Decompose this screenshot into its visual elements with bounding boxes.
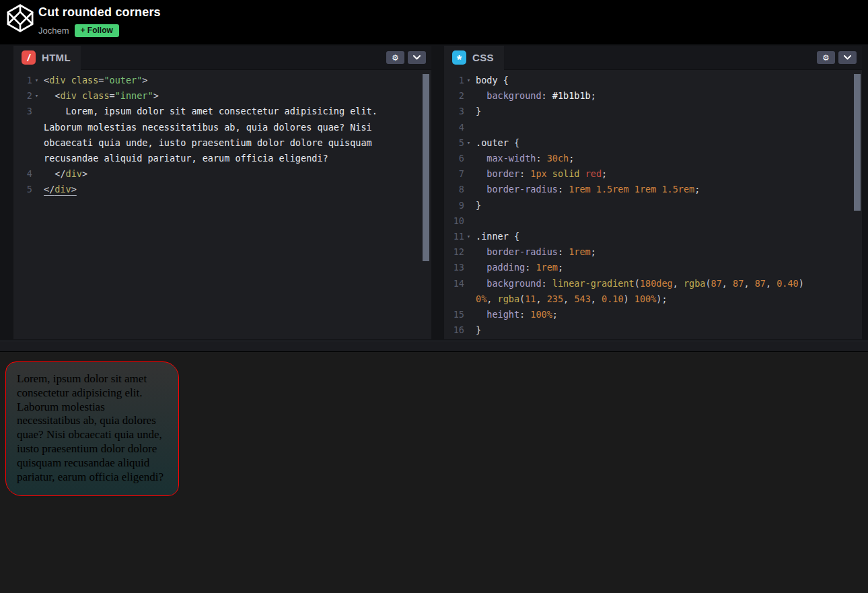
codepen-logo-icon[interactable] [5,3,35,33]
code-token-num: 1.5rem [661,184,694,195]
code-token-punc: , [591,293,602,304]
code-token-punc: } [476,324,481,335]
code-token-punc: : [536,153,546,164]
code-token-tag: div [55,184,71,195]
css-panel-actions: ⚙ [817,51,857,64]
code-line: 2▾ <div class="inner"> [13,88,431,104]
code-token-num: 543 [574,293,590,304]
fold-arrow-icon[interactable]: ▾ [464,73,473,88]
html-collapse-chevron-icon[interactable] [408,51,426,64]
code-token-attr: class [82,90,110,101]
line-number: 10 [444,213,464,229]
html-editor-scrollbar[interactable] [423,74,429,261]
code-token-num: 1rem [635,184,657,195]
code-token-text [44,168,55,179]
author-name[interactable]: Jochem [38,26,69,36]
fold-arrow-icon[interactable]: ▾ [32,88,41,104]
line-number: 5 [444,135,464,151]
html-editor-panel: / HTML ⚙ 1▾<div class="outer">2▾ <div cl… [13,46,431,339]
follow-button[interactable]: + Follow [75,24,119,37]
fold-gutter [464,244,473,260]
code-line-content: <div class="inner"> [41,88,431,104]
tab-css[interactable]: * CSS [444,46,504,70]
fold-arrow-icon[interactable]: ▾ [32,73,41,88]
code-token-punc: > [142,75,147,85]
code-token-sel: body [476,75,498,85]
code-token-colorkw: red [585,168,602,179]
code-line-content [473,120,862,135]
code-line-content: } [473,104,862,119]
code-line-content [473,213,862,229]
code-token-punc: , [766,278,776,289]
fold-gutter [464,198,473,213]
code-token-punc: ) [799,278,804,289]
fold-gutter [32,182,41,197]
code-token-punc: : [519,168,530,179]
html-code-editor[interactable]: 1▾<div class="outer">2▾ <div class="inne… [13,70,431,339]
code-line: 13 padding: 1rem; [444,260,862,275]
code-line-content: </div> [41,166,431,182]
code-token-num: 87 [755,278,766,289]
code-token-num: 1px [530,168,546,179]
fold-gutter [32,151,41,166]
code-token-text [66,75,71,85]
code-line: 10 [444,213,862,229]
code-token-num: 0.10 [602,293,624,304]
fold-gutter [32,104,41,119]
code-line: 3} [444,104,862,119]
code-line-content: border-radius: 1rem 1.5rem 1rem 1.5rem; [473,182,862,197]
css-collapse-chevron-icon[interactable] [838,51,857,64]
code-token-kw: rgba [684,278,706,289]
code-token-num: 100% [635,293,657,304]
code-token-text [476,278,486,289]
result-text: Lorem, ipsum dolor sit amet consectetur … [17,372,168,484]
line-number: 13 [444,260,464,275]
code-token-num: 0% [476,293,486,304]
code-token-text [629,184,635,195]
code-token-text [476,246,486,257]
line-number: 16 [444,322,464,338]
fold-gutter [464,276,473,291]
line-number: 2 [13,88,32,104]
code-line-content: background: linear-gradient(180deg, rgba… [473,276,862,291]
code-token-punc: ; [591,90,596,101]
fold-arrow-icon[interactable]: ▾ [464,135,473,151]
code-line: 4 [444,120,862,135]
fold-gutter [464,104,473,119]
result-box: Lorem, ipsum dolor sit amet consectetur … [5,361,179,496]
line-number: 4 [444,120,464,135]
code-line: 16} [444,322,862,338]
code-token-text: Laborum molestias necessitatibus ab, qui… [44,122,372,133]
code-token-num: 11 [525,293,536,304]
codepen-editor-page: Cut rounded corners Jochem + Follow / HT… [0,0,868,593]
pen-header: Cut rounded corners Jochem + Follow [0,0,868,44]
code-token-punc: : [525,262,536,273]
line-number: 6 [444,151,464,166]
line-number [13,120,32,135]
line-number: 12 [444,244,464,260]
code-token-text [591,184,596,195]
css-code-editor[interactable]: 1▾body {2 background: #1b1b1b;3}45▾.oute… [444,70,862,339]
editor-preview-resizer[interactable] [0,341,868,351]
code-token-punc: : [519,309,530,320]
code-token-punc: < [44,75,49,85]
fold-arrow-icon[interactable]: ▾ [464,229,473,244]
code-token-str: "inner" [115,90,153,101]
html-settings-gear-icon[interactable]: ⚙ [386,51,404,64]
css-settings-gear-icon[interactable]: ⚙ [817,51,835,64]
author-row: Jochem + Follow [38,24,119,37]
code-token-punc: </ [55,168,65,179]
css-editor-scrollbar[interactable] [854,74,861,211]
fold-gutter [464,322,473,338]
css-icon: * [452,50,466,65]
fold-gutter [464,166,473,182]
line-number [444,291,464,307]
line-number: 14 [444,276,464,291]
code-token-text [547,168,552,179]
code-token-kw: linear-gradient [552,278,635,289]
code-token-punc: { [498,75,509,85]
tab-html[interactable]: / HTML [13,46,81,70]
fold-gutter [464,120,473,135]
code-token-attr: class [71,75,99,85]
fold-gutter [464,291,473,307]
